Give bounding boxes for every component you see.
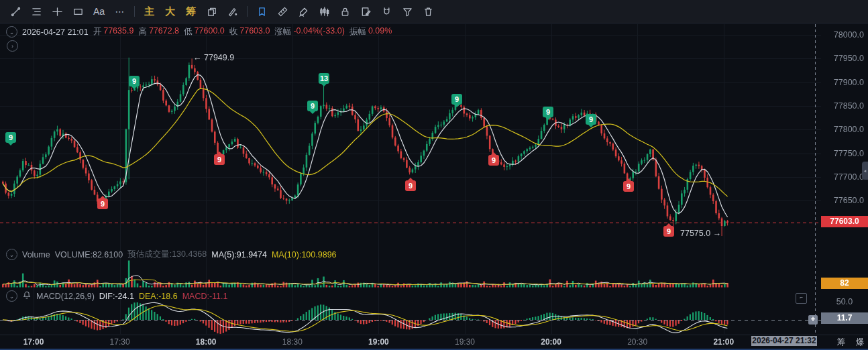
signal-badge-sell: 9 [97, 198, 108, 209]
macd-dif: DIF:-24.1 [99, 292, 134, 301]
pen-tool[interactable] [293, 3, 314, 20]
ohlc-field-label: 振幅 [349, 26, 366, 38]
lock-tool[interactable] [335, 3, 356, 20]
filter-tool[interactable] [397, 3, 418, 20]
volume-pane-header: ⌄ Volume VOLUME:82.6100 预估成交量:130.4368 M… [6, 249, 337, 260]
ohlc-field-value: 77603.0 [239, 26, 270, 38]
signal-badge-sell: 9 [405, 180, 416, 191]
crosshair-cursor: + [808, 315, 818, 325]
price-axis-tick: 77850.0 [821, 101, 864, 111]
time-axis-tick: 17:00 [23, 337, 44, 347]
ohlc-field-value: 77672.8 [149, 26, 179, 38]
ohlc-field-label: 低 [184, 26, 193, 38]
maximize-pane-button[interactable]: ⌐ [796, 293, 807, 304]
volume-estimate: 预估成交量:130.4368 [127, 249, 207, 260]
price-axis-tick: 78000.0 [821, 30, 864, 40]
signal-badge-buy: 9 [586, 114, 596, 125]
rectangle-tool[interactable] [68, 3, 89, 20]
signal-badge-sell: 9 [214, 154, 225, 165]
text-tool[interactable]: Aa [89, 3, 109, 20]
axis-scale-handle[interactable]: ◂ [862, 162, 868, 180]
price-axis-tick: 77650.0 [821, 196, 864, 205]
crosshair-value-label: 11.7 [821, 312, 868, 324]
toolbar-separator [247, 6, 248, 17]
ohlc-field-label: 涨幅 [274, 26, 291, 38]
signal-badge-buy: 9 [543, 107, 553, 117]
last-price-label: 77603.0 [821, 216, 868, 227]
more-tools[interactable]: ⋯ [109, 3, 130, 20]
large-view-button[interactable]: 大 [160, 3, 180, 20]
signal-badge-sell: 9 [488, 155, 499, 166]
session-low-annotation: 77575.0 → [680, 229, 721, 238]
price-axis-tick: 77950.0 [821, 54, 864, 63]
volume-ma10: MA(10):100.9896 [272, 250, 337, 259]
price-axis-tick: 77750.0 [821, 149, 864, 158]
burst-toggle[interactable]: 爆 [856, 337, 865, 348]
time-axis-tick: 19:30 [455, 337, 475, 347]
bar-datetime: 2026-04-27 21:01 [22, 27, 89, 37]
time-axis-tick: 18:30 [282, 337, 303, 347]
ohlc-field-value: 77600.0 [195, 26, 225, 38]
volume-pane-title: Volume [22, 250, 50, 259]
drawing-toolbar: Aa⋯主大筹 [0, 0, 868, 23]
delete-tool[interactable] [418, 3, 439, 20]
time-axis-tick: 20:30 [627, 337, 647, 347]
ohlc-field-value: -0.04%(-33.0) [293, 26, 344, 38]
chip-distribution-button[interactable]: 筹 [180, 3, 201, 20]
session-high-annotation: ← 77949.9 [193, 53, 234, 62]
price-axis-tick: 77700.0 [821, 172, 864, 182]
volume-axis-label: 82 [821, 278, 868, 289]
expand-sidebar-button[interactable]: › [7, 40, 18, 52]
time-axis-tick: 19:00 [368, 337, 389, 347]
signal-badge-buy: 9 [5, 132, 16, 143]
macd-value: MACD:-11.1 [182, 292, 228, 301]
signal-badge-buy: 9 [307, 101, 318, 111]
time-axis-tick: 21:00 [713, 337, 734, 347]
layers-tool[interactable] [26, 3, 47, 20]
macd-dea: DEA:-18.6 [139, 292, 178, 301]
ohlc-field-label: 开 [93, 26, 102, 38]
ohlc-field-value: 0.09% [368, 26, 392, 38]
macd-pane-header: ⌄ MACD(12,26,9) DIF:-24.1 DEA:-18.6 MACD… [6, 290, 227, 302]
time-axis-divider [0, 335, 868, 335]
trend-line-tool[interactable] [5, 3, 26, 20]
signal-badge-sell: 9 [623, 181, 634, 192]
price-axis-tick: 77900.0 [821, 78, 864, 87]
time-axis-tick: 17:30 [110, 337, 130, 347]
ohlc-info-bar: ⌄ 2026-04-27 21:01 开77635.9高77672.8低7760… [6, 26, 392, 38]
brush-tool[interactable] [222, 3, 243, 20]
toolbar-separator [134, 6, 135, 17]
trading-chart-window: Aa⋯主大筹 ⌄ 2026-04-27 21:01 开77635.9高77672… [0, 0, 868, 350]
magnet-tool[interactable] [376, 3, 397, 20]
ohlc-fields: 开77635.9高77672.8低77600.0收77603.0涨幅-0.04%… [93, 26, 392, 38]
crosshair-tool[interactable] [47, 3, 68, 20]
signal-badge-buy: 9 [451, 94, 462, 105]
candle-pattern-tool[interactable] [314, 3, 335, 20]
order-form-tool[interactable] [356, 3, 376, 20]
time-axis-tick: 20:00 [541, 337, 561, 347]
bookmark-tool[interactable] [252, 3, 272, 20]
signal-badge-buy: 9 [129, 76, 140, 86]
main-chart-button[interactable]: 主 [139, 3, 160, 20]
collapse-main-pane-button[interactable]: ⌄ [6, 26, 17, 38]
alert-bell-icon[interactable] [22, 290, 32, 302]
chip-toggle[interactable]: 筹 [837, 337, 846, 348]
ohlc-field-label: 高 [138, 26, 147, 38]
price-axis-tick: 77800.0 [821, 125, 864, 134]
ohlc-field-value: 77635.9 [103, 26, 133, 38]
collapse-macd-pane-button[interactable]: ⌄ [6, 290, 17, 302]
collapse-volume-pane-button[interactable]: ⌄ [6, 249, 17, 260]
signal-badge-sell: 9 [663, 226, 674, 237]
macd-axis-tick: 50.0 [821, 297, 868, 306]
template-tool[interactable] [201, 3, 222, 20]
ohlc-field-label: 收 [229, 26, 238, 38]
volume-ma5: MA(5):91.9474 [211, 250, 267, 259]
crosshair-time-label: 2026-04-27 21:32 [751, 336, 817, 346]
macd-pane-title: MACD(12,26,9) [36, 292, 95, 301]
signal-badge-buy: 13 [319, 73, 329, 84]
volume-value: VOLUME:82.6100 [55, 250, 123, 259]
time-axis-tick: 18:00 [196, 337, 217, 347]
ruler-tool[interactable] [272, 3, 293, 20]
